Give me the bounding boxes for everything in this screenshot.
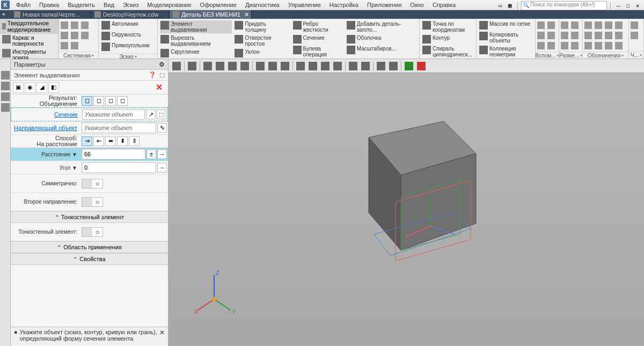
method-surface[interactable]: ⬍ bbox=[117, 136, 128, 146]
dim-icon[interactable] bbox=[560, 31, 569, 40]
cmd-add-part[interactable]: Добавить деталь-загото... bbox=[346, 20, 417, 33]
method-nearest[interactable]: ⇕ bbox=[129, 136, 140, 146]
vp-shade1-icon[interactable] bbox=[295, 61, 306, 71]
panel-title[interactable]: Ч... bbox=[629, 51, 643, 59]
guide-pick-icon[interactable]: ✎ bbox=[157, 123, 167, 133]
annot-icon[interactable] bbox=[583, 41, 593, 50]
panel-title[interactable]: Разме... bbox=[559, 52, 582, 59]
guide-link[interactable]: Направляющий объект bbox=[14, 125, 77, 131]
menu-view[interactable]: Вид bbox=[99, 1, 119, 9]
dock-params-icon[interactable] bbox=[1, 82, 10, 90]
cmd-rib[interactable]: Ребро жесткости bbox=[292, 20, 344, 33]
result-subtract[interactable]: ◻ bbox=[93, 96, 104, 106]
cmd-spiral[interactable]: Спираль цилиндрическ... bbox=[422, 45, 474, 58]
viewport-3d[interactable]: Z X Y bbox=[169, 59, 644, 346]
menu-window[interactable]: Окно bbox=[406, 1, 428, 9]
cmd-fillet[interactable]: Скругление bbox=[160, 48, 232, 58]
menu-manage[interactable]: Управление bbox=[284, 1, 325, 9]
annot-icon[interactable] bbox=[614, 20, 624, 30]
redo-icon[interactable] bbox=[70, 41, 79, 50]
loft-mode-icon[interactable]: ◧ bbox=[48, 82, 59, 93]
result-new[interactable]: ◻ bbox=[117, 96, 128, 106]
dim-icon[interactable] bbox=[560, 41, 569, 50]
menu-file[interactable]: Файл bbox=[12, 1, 35, 9]
annot-icon[interactable] bbox=[594, 20, 603, 30]
cmd-shell[interactable]: Оболочка bbox=[346, 34, 417, 44]
method-vertex[interactable]: ⬌ bbox=[105, 136, 116, 146]
annot-icon[interactable] bbox=[594, 31, 603, 40]
vp-filter2-icon[interactable] bbox=[360, 61, 371, 71]
document-tab-active[interactable]: Деталь БЕЗ ИМЕНИ1✕ bbox=[170, 10, 252, 19]
angle-input[interactable]: 0 bbox=[82, 162, 156, 173]
vp-funnel-icon[interactable] bbox=[375, 61, 387, 71]
cmd-cut-extrude[interactable]: Вырезать выдавливанием bbox=[160, 34, 232, 47]
vp-shade3-icon[interactable] bbox=[319, 61, 331, 71]
section-link[interactable]: Сечение bbox=[54, 111, 78, 118]
cmd-array[interactable]: Массив по сетке bbox=[479, 20, 533, 30]
section-auto-icon[interactable]: ⬚ bbox=[157, 110, 166, 119]
vp-cancel-icon[interactable] bbox=[415, 61, 427, 71]
print-icon[interactable] bbox=[60, 31, 69, 40]
copy-icon[interactable] bbox=[70, 31, 79, 40]
menu-help[interactable]: Справка bbox=[428, 1, 460, 9]
section-props[interactable]: Свойства bbox=[11, 253, 168, 265]
annot-icon[interactable] bbox=[604, 20, 613, 30]
angle-label[interactable]: Угол ▼ bbox=[11, 165, 80, 171]
vp-fit-icon[interactable] bbox=[186, 61, 198, 71]
ch-icon[interactable] bbox=[630, 31, 639, 40]
vp-zoomwin-icon[interactable] bbox=[214, 61, 226, 71]
symmetric-toggle[interactable]: ○ bbox=[82, 179, 103, 189]
dim-icon[interactable] bbox=[570, 20, 580, 30]
dim-icon[interactable] bbox=[570, 41, 580, 50]
ch-icon[interactable] bbox=[630, 20, 639, 30]
vp-filter1-icon[interactable] bbox=[347, 61, 359, 71]
command-search[interactable]: Поиск по командам (Alt+/) bbox=[521, 1, 607, 10]
mode-header[interactable]: Твердотельное моделирование bbox=[0, 19, 58, 34]
cmd-extrude[interactable]: Элемент выдавливания bbox=[160, 20, 232, 33]
result-intersect[interactable]: ◻ bbox=[105, 96, 116, 106]
extrude-mode-icon[interactable]: ▣ bbox=[13, 82, 24, 93]
vp-more-icon[interactable] bbox=[387, 61, 399, 71]
close-button[interactable]: ✕ bbox=[633, 2, 642, 10]
help-icon[interactable]: ❓ bbox=[149, 71, 156, 78]
cancel-operation[interactable]: ✕ bbox=[156, 82, 166, 92]
cmd-copyobj[interactable]: Копировать объекты bbox=[479, 31, 533, 44]
second-dir-toggle[interactable]: ○ bbox=[82, 197, 103, 207]
vp-view2-icon[interactable] bbox=[267, 61, 279, 71]
layout-icon-2[interactable]: ▦ bbox=[506, 2, 514, 10]
annot-icon[interactable] bbox=[604, 41, 613, 50]
cmd-contour[interactable]: Контур bbox=[422, 34, 474, 44]
dock-fx-icon[interactable] bbox=[1, 92, 10, 101]
distance-label[interactable]: Расстояние ▼ bbox=[11, 152, 80, 157]
annot-icon[interactable] bbox=[583, 31, 593, 40]
cmd-scale[interactable]: Масштабиров... bbox=[346, 45, 417, 55]
aux-icon[interactable] bbox=[536, 41, 546, 50]
section-pick-icon[interactable]: ↗ bbox=[146, 110, 156, 119]
save-icon[interactable] bbox=[80, 20, 90, 30]
menu-design[interactable]: Оформление bbox=[196, 1, 241, 9]
vp-pan-icon[interactable] bbox=[226, 61, 238, 71]
dock-list-icon[interactable] bbox=[1, 103, 10, 112]
vp-confirm-icon[interactable] bbox=[403, 61, 415, 71]
panel-title[interactable]: Системная bbox=[59, 52, 98, 59]
annot-icon[interactable] bbox=[614, 41, 624, 50]
vp-rotate-icon[interactable] bbox=[239, 61, 251, 71]
vp-shade2-icon[interactable] bbox=[307, 61, 319, 71]
menu-settings[interactable]: Настройка bbox=[325, 1, 363, 9]
vp-shade4-icon[interactable] bbox=[332, 61, 343, 71]
status-close-icon[interactable]: ✕ bbox=[159, 329, 165, 336]
open-icon[interactable] bbox=[70, 20, 79, 30]
aux-icon[interactable] bbox=[536, 31, 546, 40]
guide-input[interactable]: Укажите объект bbox=[82, 122, 156, 133]
method-dist[interactable]: ⇥ bbox=[82, 136, 92, 146]
cmd-point[interactable]: Точка по координатам bbox=[422, 20, 474, 33]
cmd-boolean[interactable]: Булева операция bbox=[292, 45, 344, 58]
menu-modeling[interactable]: Моделирование bbox=[143, 1, 195, 9]
dim-icon[interactable] bbox=[570, 31, 580, 40]
cmd-rectangle[interactable]: Прямоугольник bbox=[101, 42, 152, 52]
panel-title[interactable]: Обозначения bbox=[583, 52, 628, 59]
cmd-collection[interactable]: Коллекция геометрии bbox=[479, 45, 533, 58]
paste-icon[interactable] bbox=[80, 31, 90, 40]
revolve-mode-icon[interactable]: ◉ bbox=[25, 82, 35, 93]
sweep-mode-icon[interactable]: ◢ bbox=[36, 82, 47, 93]
